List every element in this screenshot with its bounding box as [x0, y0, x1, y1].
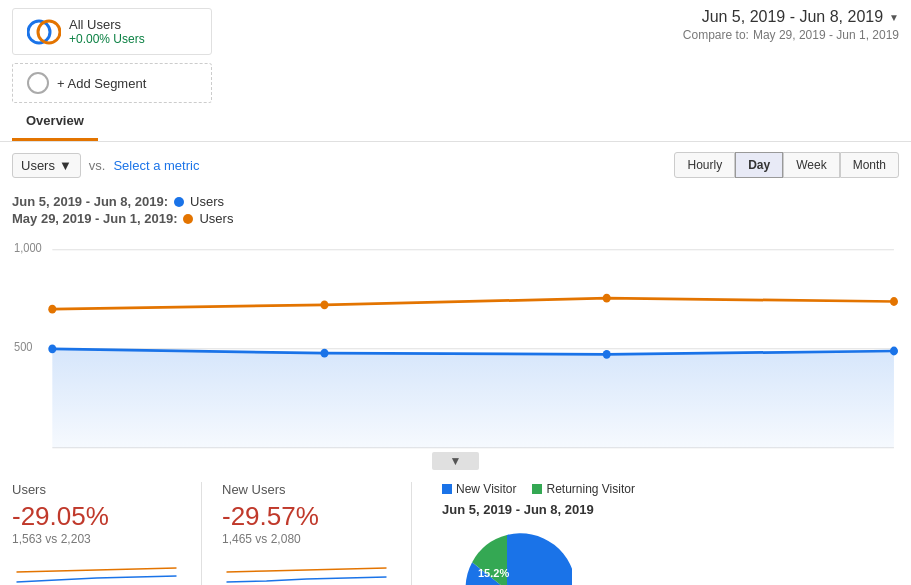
svg-point-8: [320, 349, 328, 358]
metric-label: Users: [21, 158, 55, 173]
select-metric-link[interactable]: Select a metric: [113, 158, 199, 173]
users-metric-pct: -29.05%: [12, 501, 181, 532]
pie-legend-returning: Returning Visitor: [532, 482, 635, 496]
compare-range: May 29, 2019 - Jun 1, 2019: [753, 28, 899, 42]
month-button[interactable]: Month: [840, 152, 899, 178]
segment-pct: +0.00% Users: [69, 32, 145, 46]
toolbar-left: Users ▼ vs. Select a metric: [12, 153, 199, 178]
pie-date: Jun 5, 2019 - Jun 8, 2019: [442, 502, 899, 517]
day-button[interactable]: Day: [735, 152, 783, 178]
new-users-metric-compare: 1,465 vs 2,080: [222, 532, 391, 546]
metric-select-dropdown[interactable]: Users ▼: [12, 153, 81, 178]
orange-line: [52, 298, 894, 309]
all-users-segment[interactable]: All Users +0.00% Users: [12, 8, 212, 55]
chart-legend: Jun 5, 2019 - Jun 8, 2019: Users May 29,…: [0, 188, 911, 230]
hourly-button[interactable]: Hourly: [674, 152, 735, 178]
legend-row-primary: Jun 5, 2019 - Jun 8, 2019: Users: [12, 194, 899, 209]
users-mini-chart: [12, 552, 181, 585]
segment-info: All Users +0.00% Users: [69, 17, 145, 46]
svg-point-7: [48, 344, 56, 353]
vs-label: vs.: [89, 158, 106, 173]
add-segment-button[interactable]: + Add Segment: [12, 63, 212, 103]
new-users-metric-pct: -29.57%: [222, 501, 391, 532]
svg-point-11: [48, 305, 56, 314]
legend-row-compare: May 29, 2019 - Jun 1, 2019: Users: [12, 211, 899, 226]
new-users-metric-card: New Users -29.57% 1,465 vs 2,080: [222, 482, 412, 585]
chart-collapse-area: ▼: [0, 450, 911, 472]
line-chart: 1,000 500 ... Jun 6 Jun 7: [0, 230, 911, 450]
pie-pct-label: 15.2%: [478, 567, 509, 579]
svg-point-12: [320, 300, 328, 309]
date-range-dropdown-icon[interactable]: ▼: [889, 12, 899, 23]
legend-date-compare: May 29, 2019 - Jun 1, 2019:: [12, 211, 177, 226]
pie-legend-new-dot: [442, 484, 452, 494]
segment-icon: [27, 18, 61, 46]
pie-legend-returning-dot: [532, 484, 542, 494]
svg-point-13: [603, 294, 611, 303]
legend-dot-primary: [174, 197, 184, 207]
pie-chart-wrapper: 15.2%: [442, 525, 899, 585]
legend-metric-primary: Users: [190, 194, 224, 209]
pie-section: New Visitor Returning Visitor Jun 5, 201…: [432, 482, 899, 585]
pie-legend-new-label: New Visitor: [456, 482, 516, 496]
bottom-section: Users -29.05% 1,563 vs 2,203 New Users -…: [0, 472, 911, 585]
new-users-metric-title: New Users: [222, 482, 391, 497]
tab-overview[interactable]: Overview: [12, 103, 98, 141]
users-metric-compare: 1,563 vs 2,203: [12, 532, 181, 546]
time-period-buttons: Hourly Day Week Month: [674, 152, 899, 178]
compare-label: Compare to:: [683, 28, 749, 42]
svg-point-9: [603, 350, 611, 359]
tab-bar: Overview: [0, 103, 911, 142]
pie-legend-new: New Visitor: [442, 482, 516, 496]
metric-dropdown-icon: ▼: [59, 158, 72, 173]
segment-name: All Users: [69, 17, 145, 32]
pie-chart: 15.2%: [442, 525, 572, 585]
toolbar: Users ▼ vs. Select a metric Hourly Day W…: [0, 142, 911, 188]
svg-text:1,000: 1,000: [14, 241, 42, 255]
pie-legend: New Visitor Returning Visitor: [442, 482, 899, 496]
svg-text:500: 500: [14, 340, 32, 354]
add-segment-label: + Add Segment: [57, 76, 146, 91]
collapse-chart-button[interactable]: ▼: [432, 452, 480, 470]
legend-metric-compare: Users: [199, 211, 233, 226]
legend-dot-compare: [183, 214, 193, 224]
week-button[interactable]: Week: [783, 152, 839, 178]
pie-legend-returning-label: Returning Visitor: [546, 482, 635, 496]
svg-point-14: [890, 297, 898, 306]
blue-area: [52, 349, 894, 448]
new-users-mini-chart: [222, 552, 391, 585]
date-range-section: Jun 5, 2019 - Jun 8, 2019 ▼ Compare to: …: [683, 8, 899, 42]
legend-date-primary: Jun 5, 2019 - Jun 8, 2019:: [12, 194, 168, 209]
users-metric-card: Users -29.05% 1,563 vs 2,203: [12, 482, 202, 585]
add-circle-icon: [27, 72, 49, 94]
svg-point-10: [890, 347, 898, 356]
users-metric-title: Users: [12, 482, 181, 497]
date-range-main: Jun 5, 2019 - Jun 8, 2019: [702, 8, 883, 26]
